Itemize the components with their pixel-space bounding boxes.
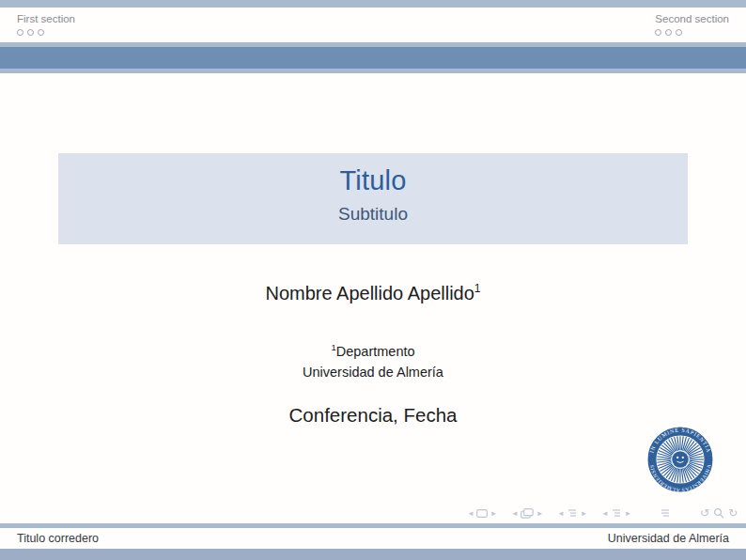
- top-decor-bar: [0, 0, 746, 8]
- footer: Titulo corredero Universidad de Almería: [0, 528, 746, 549]
- section-label-first[interactable]: First section: [17, 12, 75, 25]
- header-blue-bar: [0, 47, 746, 69]
- nav-section-next-icon[interactable]: ▸: [626, 508, 630, 518]
- seal-svg: IN LUMINE SAPIENTIA VNIVERSITAS ALMERIEN…: [647, 427, 713, 492]
- frame-dot[interactable]: [676, 29, 682, 36]
- nav-section-group: ◂ ▸: [603, 508, 630, 518]
- frame-dot[interactable]: [655, 29, 661, 36]
- institute-university-line: Universidad de Almería: [0, 362, 746, 382]
- institute-block: 1Departmento Universidad de Almería: [0, 337, 746, 382]
- frame-dots-second: [655, 29, 729, 36]
- nav-search-icon[interactable]: [713, 507, 724, 519]
- header-separator-bottom: [0, 69, 746, 73]
- nav-forward-icon[interactable]: ↻: [728, 507, 738, 519]
- footer-institution: Universidad de Almería: [608, 532, 729, 545]
- nav-section-icon[interactable]: [611, 508, 622, 518]
- nav-slide-next-icon[interactable]: ▸: [491, 508, 496, 518]
- nav-section-prev-icon[interactable]: ◂: [603, 508, 608, 518]
- frame-dot[interactable]: [665, 29, 672, 36]
- nav-subsection-next-icon[interactable]: ▸: [582, 508, 586, 518]
- nav-subsection-group: ◂ ▸: [559, 508, 586, 518]
- section-nav-second[interactable]: Second section: [655, 12, 729, 36]
- beamer-slide: First section Second section Titulo Subt…: [0, 0, 746, 560]
- nav-subsection-icon[interactable]: [567, 508, 578, 518]
- bottom-decor-bar: [0, 549, 746, 560]
- nav-frame-icon[interactable]: [521, 508, 534, 519]
- nav-frame-prev-icon[interactable]: ◂: [513, 508, 518, 518]
- nav-slide-prev-icon[interactable]: ◂: [469, 508, 474, 518]
- title-block: Titulo Subtitulo: [58, 153, 688, 244]
- nav-history-group: ↺ ↻: [700, 507, 738, 519]
- slide-subtitle: Subtitulo: [338, 203, 408, 225]
- nav-slide-icon[interactable]: [476, 509, 488, 518]
- footer-short-title: Titulo corredero: [17, 532, 99, 545]
- author-name: Nombre Apellido Apellido1: [0, 282, 746, 304]
- nav-presentation-icon[interactable]: [660, 508, 671, 518]
- seal-sun-face: [672, 451, 689, 468]
- section-label-second[interactable]: Second section: [655, 12, 729, 25]
- section-header: First section Second section: [0, 8, 746, 42]
- conference-date: Conferencia, Fecha: [0, 404, 746, 427]
- frame-dots-first: [17, 29, 75, 36]
- author-footnote-mark: 1: [474, 282, 481, 295]
- frame-dot[interactable]: [27, 29, 34, 36]
- nav-frame-next-icon[interactable]: ▸: [537, 508, 542, 518]
- beamer-navigation-symbols: ◂ ▸ ◂ ▸ ◂ ▸ ◂: [469, 506, 738, 520]
- section-nav-first[interactable]: First section: [17, 12, 75, 36]
- nav-back-icon[interactable]: ↺: [700, 507, 709, 519]
- frame-dot[interactable]: [17, 29, 23, 36]
- nav-frame-group: ◂ ▸: [513, 508, 542, 519]
- slide-title: Titulo: [339, 164, 406, 196]
- institute-department: Departmento: [336, 344, 415, 359]
- author-name-text: Nombre Apellido Apellido: [265, 283, 474, 303]
- frame-dot[interactable]: [38, 29, 44, 36]
- university-seal-logo: IN LUMINE SAPIENTIA VNIVERSITAS ALMERIEN…: [647, 427, 713, 492]
- nav-subsection-prev-icon[interactable]: ◂: [559, 508, 564, 518]
- institute-department-line: 1Departmento: [0, 337, 746, 362]
- nav-slide-group: ◂ ▸: [469, 508, 496, 518]
